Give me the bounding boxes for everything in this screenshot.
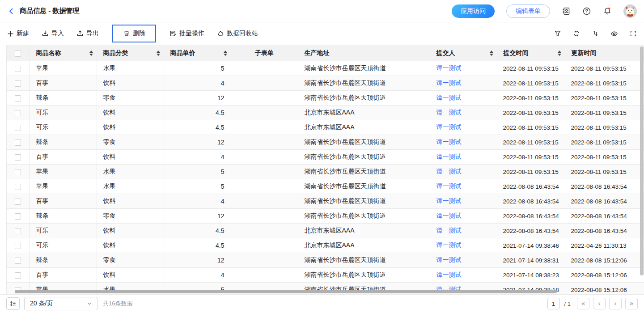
table-row[interactable]: 可乐 饮料 4.5 北京市东城区AAA 谭一测试 2022-08-08 16:4… <box>7 224 644 238</box>
table-row[interactable]: 百事 饮料 4 湖南省长沙市岳麓区天顶街道 谭一测试 2022-08-08 16… <box>7 194 644 209</box>
submitter-link[interactable]: 谭一测试 <box>436 271 462 278</box>
cell-submitter: 谭一测试 <box>430 224 497 238</box>
row-checkbox[interactable] <box>15 228 21 234</box>
cell-submit-time: 2022-08-11 09:53:15 <box>497 61 565 76</box>
current-page-input[interactable] <box>547 298 560 309</box>
submitter-link[interactable]: 谭一测试 <box>436 241 462 249</box>
delete-button[interactable]: 删除 <box>123 30 145 38</box>
table-row[interactable]: 辣条 零食 12 湖南省长沙市岳麓区天顶街道 谭一测试 2022-08-08 1… <box>7 209 644 224</box>
row-checkbox[interactable] <box>15 154 21 161</box>
row-checkbox[interactable] <box>15 213 21 220</box>
row-checkbox[interactable] <box>15 110 21 116</box>
contacts-button[interactable] <box>562 7 571 16</box>
submitter-link[interactable]: 谭一测试 <box>436 227 462 234</box>
submitter-link[interactable]: 谭一测试 <box>436 79 462 86</box>
sort-icon[interactable] <box>157 51 160 56</box>
table-row[interactable]: 辣条 零食 12 湖南省长沙市岳麓区天顶街道 谭一测试 2021-07-14 0… <box>7 253 644 268</box>
export-button[interactable]: 导出 <box>76 30 99 38</box>
row-checkbox[interactable] <box>15 169 21 175</box>
submitter-link[interactable]: 谭一测试 <box>436 168 462 175</box>
select-all-checkbox[interactable] <box>15 51 21 57</box>
fullscreen-button[interactable] <box>630 30 637 37</box>
submitter-link[interactable]: 谭一测试 <box>436 153 462 160</box>
table-row[interactable]: 苹果 水果 5 湖南省长沙市岳麓区天顶街道 谭一测试 2022-08-11 09… <box>7 165 644 179</box>
cell-checkbox <box>7 150 30 165</box>
row-checkbox[interactable] <box>15 272 21 279</box>
sort-icon[interactable] <box>490 51 493 56</box>
cell-product-category: 饮料 <box>97 106 164 120</box>
cell-checkbox <box>7 165 30 179</box>
cell-subform <box>231 135 298 150</box>
submitter-link[interactable]: 谭一测试 <box>436 212 462 219</box>
row-checkbox[interactable] <box>15 80 21 87</box>
submitter-link[interactable]: 谭一测试 <box>436 182 462 190</box>
table-row[interactable]: 苹果 水果 5 湖南省长沙市岳麓区天顶街道 谭一测试 2022-08-11 09… <box>7 61 644 76</box>
data-table: 商品名称 商品分类 商品单价 子表单 生产地址 提交人 提交时间 更新时间 苹果… <box>6 45 644 294</box>
last-page-button[interactable]: » <box>625 298 638 309</box>
vertical-scrollbar[interactable] <box>640 47 644 275</box>
cell-submit-time: 2022-08-11 09:53:15 <box>497 120 565 135</box>
horizontal-scrollbar[interactable] <box>15 290 557 293</box>
cell-product-name: 辣条 <box>30 91 97 106</box>
submitter-link[interactable]: 谭一测试 <box>436 197 462 204</box>
row-checkbox[interactable] <box>15 258 21 264</box>
table-row[interactable]: 百事 饮料 4 湖南省长沙市岳麓区天顶街道 谭一测试 2021-07-14 09… <box>7 268 644 283</box>
row-checkbox[interactable] <box>15 66 21 72</box>
sort-icon[interactable] <box>224 51 227 56</box>
table-row[interactable]: 百事 饮料 4 湖南省长沙市岳麓区天顶街道 谭一测试 2022-08-11 09… <box>7 76 644 91</box>
batch-operation-button[interactable]: 批量操作 <box>169 30 204 38</box>
refresh-button[interactable] <box>573 30 580 37</box>
prev-page-button[interactable]: ‹ <box>593 298 606 309</box>
avatar[interactable] <box>623 4 637 18</box>
cell-address: 北京市东城区AAA <box>298 120 430 135</box>
back-button[interactable] <box>7 7 15 15</box>
new-button[interactable]: 新建 <box>7 30 29 38</box>
sort-settings-button[interactable] <box>592 30 599 37</box>
pagination-bar: 20 条/页 共16条数据 / 1 « ‹ › » <box>0 294 644 313</box>
sort-icon[interactable] <box>89 51 93 56</box>
table-row[interactable]: 百事 饮料 4 湖南省长沙市岳麓区天顶街道 谭一测试 2022-08-11 09… <box>7 150 644 165</box>
table-row[interactable]: 辣条 零食 12 湖南省长沙市岳麓区天顶街道 谭一测试 2022-08-11 0… <box>7 135 644 150</box>
table-row[interactable]: 苹果 水果 5 湖南省长沙市岳麓区天顶街道 谭一测试 2022-08-08 16… <box>7 179 644 194</box>
recycle-bin-button[interactable]: 数据回收站 <box>217 30 258 38</box>
sort-icon[interactable] <box>558 51 561 56</box>
import-button[interactable]: 导入 <box>42 30 64 38</box>
row-checkbox[interactable] <box>15 243 21 249</box>
row-checkbox[interactable] <box>15 125 21 131</box>
cell-submit-time: 2022-08-08 16:43:54 <box>497 194 565 209</box>
help-icon <box>582 7 591 16</box>
submitter-link[interactable]: 谭一测试 <box>436 138 462 145</box>
first-page-button[interactable]: « <box>577 298 589 309</box>
submitter-link[interactable]: 谭一测试 <box>436 256 462 263</box>
cell-address: 湖南省长沙市岳麓区天顶街道 <box>298 135 430 150</box>
table-row[interactable]: 可乐 饮料 4.5 北京市东城区AAA 谭一测试 2022-08-11 09:5… <box>7 120 644 135</box>
cell-address: 北京市东城区AAA <box>298 106 430 120</box>
submitter-link[interactable]: 谭一测试 <box>436 94 462 101</box>
row-checkbox[interactable] <box>15 95 21 102</box>
row-checkbox[interactable] <box>15 140 21 146</box>
row-checkbox[interactable] <box>15 184 21 190</box>
app-access-button[interactable]: 应用访问 <box>452 4 495 18</box>
export-icon <box>76 30 84 37</box>
cell-checkbox <box>7 268 30 283</box>
table-row[interactable]: 可乐 饮料 4.5 北京市东城区AAA 谭一测试 2022-08-11 09:5… <box>7 106 644 120</box>
filter-button[interactable] <box>554 30 561 37</box>
cell-checkbox <box>7 209 30 224</box>
table-row[interactable]: 辣条 零食 12 湖南省长沙市岳麓区天顶街道 谭一测试 2022-08-11 0… <box>7 91 644 106</box>
help-button[interactable] <box>582 7 591 16</box>
cell-product-price: 12 <box>164 253 231 268</box>
next-page-button[interactable]: › <box>609 298 622 309</box>
edit-form-button[interactable]: 编辑表单 <box>506 4 550 18</box>
table-row[interactable]: 可乐 饮料 4.5 北京市东城区AAA 谭一测试 2021-07-14 09:3… <box>7 238 644 253</box>
page-size-select[interactable]: 20 条/页 <box>24 297 97 310</box>
cell-submit-time: 2022-08-11 09:53:15 <box>497 150 565 165</box>
row-height-button[interactable] <box>6 297 20 310</box>
notifications-button[interactable] <box>603 7 612 16</box>
submitter-link[interactable]: 谭一测试 <box>436 109 462 116</box>
submitter-link[interactable]: 谭一测试 <box>436 123 462 131</box>
row-checkbox[interactable] <box>15 199 21 205</box>
column-visibility-button[interactable] <box>610 30 618 38</box>
submitter-link[interactable]: 谭一测试 <box>436 64 462 72</box>
cell-submit-time: 2022-08-11 09:53:15 <box>497 135 565 150</box>
cell-submitter: 谭一测试 <box>430 106 497 120</box>
